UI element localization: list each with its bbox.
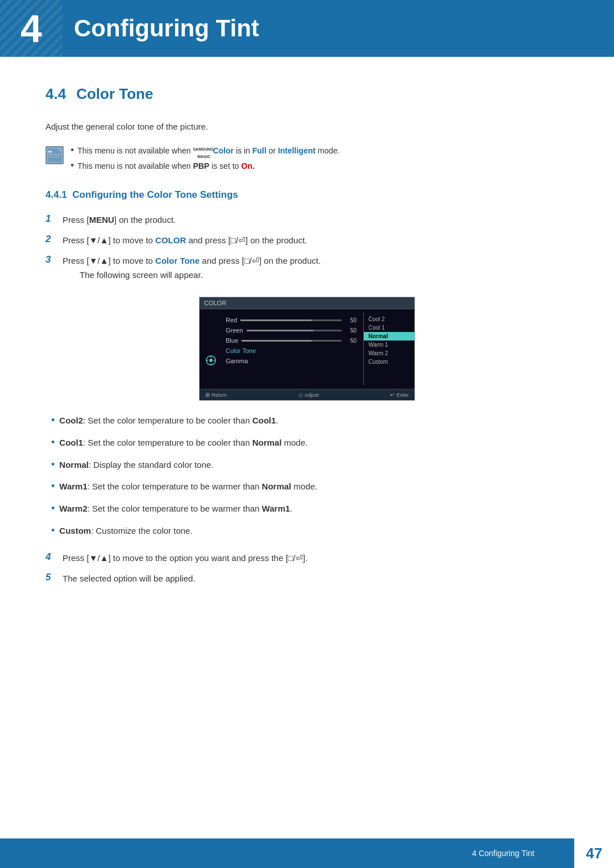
osd-menu-col: Red 50 Green — [219, 313, 363, 385]
note-lines: • This menu is not available when SAMSUN… — [70, 145, 340, 172]
osd-value-red: 50 — [345, 317, 356, 323]
note-line-2: • This menu is not available when PBP is… — [70, 160, 340, 172]
return-icon: ⊞ — [205, 392, 210, 398]
footer-page-number: 47 — [574, 838, 614, 868]
section-title: Color Tone — [76, 85, 153, 103]
osd-dd-cool2: Cool 2 — [364, 315, 414, 323]
bullet-text-4: Warm1: Set the color temperature to be w… — [59, 480, 317, 493]
osd-slider-red — [240, 319, 342, 321]
step-4: 4 Press [▼/▲] to move to the option you … — [45, 551, 569, 565]
bullet-warm2: • Warm2: Set the color temperature to be… — [51, 500, 569, 517]
step-sub-3: The following screen will appear. — [80, 270, 321, 280]
note-box: ✏ • This menu is not available when SAMS… — [45, 145, 569, 172]
footer-text: 4 Configuring Tint — [472, 849, 574, 858]
note-text-1: This menu is not available when SAMSUNGM… — [77, 145, 339, 157]
osd-item-red: Red 50 — [223, 315, 359, 325]
step-num-3: 3 — [45, 254, 56, 265]
osd-dropdown: Cool 2 Cool 1 Normal Warm 1 Warm 2 Custo… — [363, 313, 414, 385]
bullet-text-5: Warm2: Set the color temperature to be w… — [59, 502, 292, 516]
bullet-text-3: Normal: Display the standard color tone. — [59, 458, 213, 472]
osd-dd-cool1: Cool 1 — [364, 323, 414, 332]
svg-text:✏: ✏ — [48, 149, 53, 155]
osd-footer-return: ⊞ Return — [205, 392, 227, 398]
step-text-4: Press [▼/▲] to move to the option you wa… — [63, 551, 308, 565]
osd-dd-warm2: Warm 2 — [364, 349, 414, 358]
bullet-icon-3: • — [51, 456, 55, 473]
osd-dd-custom: Custom — [364, 358, 414, 366]
chapter-number: 4 — [20, 6, 42, 51]
enter-icon: ↵ — [390, 392, 395, 398]
bullet-text-6: Custom: Customize the color tone. — [59, 524, 192, 538]
bullet-icon-1: • — [51, 412, 55, 429]
osd-dd-normal: Normal — [364, 332, 414, 340]
chapter-title: Configuring Tint — [74, 15, 259, 42]
step-5: 5 The selected option will be applied. — [45, 572, 569, 585]
osd-header: COLOR — [200, 297, 414, 309]
step-2: 2 Press [▼/▲] to move to COLOR and press… — [45, 234, 569, 247]
adjust-icon: ◇ — [298, 392, 303, 398]
note-text-2: This menu is not available when PBP is s… — [77, 160, 254, 172]
footer-enter-label: Enter — [396, 392, 409, 398]
osd-label-blue: Blue — [226, 337, 238, 344]
osd-item-green: Green 50 — [223, 325, 359, 335]
bullet-cool2: • Cool2: Set the color temperature to be… — [51, 412, 569, 429]
bullet-normal: • Normal: Display the standard color ton… — [51, 456, 569, 473]
osd-footer-enter: ↵ Enter — [390, 392, 409, 398]
bullet-text-2: Cool1: Set the color temperature to be c… — [59, 436, 308, 450]
osd-value-green: 50 — [345, 327, 356, 334]
step-text-2: Press [▼/▲] to move to COLOR and press [… — [63, 234, 307, 247]
osd-item-colortone: Color Tone — [223, 346, 359, 356]
step-text-5: The selected option will be applied. — [63, 572, 195, 585]
step-num-4: 4 — [45, 551, 56, 563]
step-num-2: 2 — [45, 234, 56, 245]
steps-end-list: 4 Press [▼/▲] to move to the option you … — [45, 551, 569, 585]
step-1: 1 Press [MENU] on the product. — [45, 213, 569, 227]
osd-value-blue: 50 — [345, 338, 356, 344]
subsection-title: Configuring the Color Tone Settings — [72, 189, 238, 200]
bullet-dot-2: • — [70, 160, 74, 171]
bullet-text-1: Cool2: Set the color temperature to be c… — [59, 414, 278, 427]
step-text-3: Press [▼/▲] to move to Color Tone and pr… — [63, 256, 321, 265]
osd-footer: ⊞ Return ◇ Adjust ↵ Enter — [200, 389, 414, 400]
step-num-5: 5 — [45, 572, 56, 583]
osd-body: Red 50 Green — [200, 309, 414, 389]
chapter-header: 4 Configuring Tint — [0, 0, 614, 57]
monitor-mockup: COLOR Red — [199, 297, 415, 401]
step-text-1: Press [MENU] on the product. — [63, 213, 176, 227]
subsection-heading: 4.4.1 Configuring the Color Tone Setting… — [45, 189, 569, 201]
subsection-number: 4.4.1 — [45, 189, 67, 200]
osd-slider-blue — [242, 340, 342, 342]
osd-slider-green — [247, 330, 342, 331]
footer-adjust-label: Adjust — [305, 392, 319, 398]
color-options-list: • Cool2: Set the color temperature to be… — [51, 412, 569, 539]
main-content: 4.4 Color Tone Adjust the general color … — [0, 57, 614, 645]
bullet-custom: • Custom: Customize the color tone. — [51, 522, 569, 539]
osd-label-gamma: Gamma — [226, 358, 248, 364]
section-heading: 4.4 Color Tone — [45, 85, 569, 103]
bullet-warm1: • Warm1: Set the color temperature to be… — [51, 478, 569, 495]
steps-list: 1 Press [MENU] on the product. 2 Press [… — [45, 213, 569, 283]
osd-settings-icon — [206, 355, 216, 366]
bullet-icon-5: • — [51, 500, 55, 517]
note-line-1: • This menu is not available when SAMSUN… — [70, 145, 340, 157]
section-number: 4.4 — [45, 85, 66, 103]
osd-label-green: Green — [226, 327, 243, 334]
monitor-inner: COLOR Red — [200, 297, 414, 400]
footer-return-label: Return — [211, 392, 227, 398]
bullet-icon-4: • — [51, 478, 55, 495]
step-3: 3 Press [▼/▲] to move to Color Tone and … — [45, 254, 569, 283]
intro-text: Adjust the general color tone of the pic… — [45, 120, 569, 134]
osd-dd-warm1: Warm 1 — [364, 340, 414, 349]
bullet-icon-2: • — [51, 434, 55, 451]
page-footer: 4 Configuring Tint 47 — [0, 838, 614, 868]
bullet-cool1: • Cool1: Set the color temperature to be… — [51, 434, 569, 451]
chapter-number-box: 4 — [0, 0, 63, 57]
bullet-dot-1: • — [70, 145, 74, 155]
osd-icon-col — [203, 313, 219, 385]
osd-footer-adjust: ◇ Adjust — [298, 392, 319, 398]
osd-label-colortone: Color Tone — [226, 347, 256, 354]
osd-item-gamma: Gamma — [223, 356, 359, 366]
svg-point-7 — [209, 359, 213, 362]
note-icon: ✏ — [45, 146, 64, 164]
osd-item-blue: Blue 50 — [223, 335, 359, 346]
